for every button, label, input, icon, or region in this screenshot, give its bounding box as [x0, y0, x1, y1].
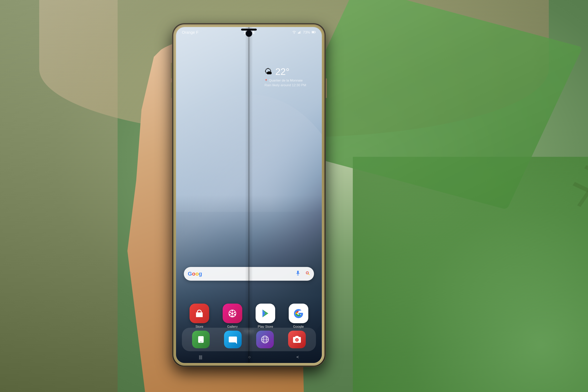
- camera-app-icon[interactable]: [288, 331, 306, 348]
- weather-row: 🌤 22°: [264, 66, 306, 77]
- volume-down-button[interactable]: [171, 82, 172, 98]
- svg-rect-3: [300, 31, 300, 34]
- front-camera: [246, 30, 252, 36]
- fold-line: [249, 27, 249, 363]
- svg-point-14: [231, 312, 234, 314]
- svg-rect-8: [297, 271, 299, 274]
- weather-temperature: 22°: [275, 66, 290, 77]
- fold-shadow-left: [245, 27, 249, 363]
- google-icon[interactable]: [289, 304, 308, 323]
- status-icons: 73%: [292, 30, 316, 34]
- weather-widget: 🌤 22° 📍 Quartier de la Monnaie Rain like…: [264, 66, 306, 87]
- volume-up-button[interactable]: [171, 63, 172, 78]
- app-item-play-store[interactable]: Play Store: [250, 304, 281, 329]
- location-pin-icon: 📍: [264, 79, 268, 82]
- voice-search-icon[interactable]: [296, 271, 300, 277]
- svg-point-12: [307, 272, 308, 273]
- power-button[interactable]: [326, 78, 327, 98]
- play-store-icon[interactable]: [256, 304, 275, 323]
- back-button[interactable]: <: [296, 354, 299, 360]
- svg-rect-7: [315, 32, 316, 33]
- weather-location: 📍 Quartier de la Monnaie: [264, 78, 306, 82]
- wifi-icon: [292, 30, 296, 34]
- fold-shadow-right: [249, 27, 253, 363]
- app-item-samsung-store[interactable]: Store: [184, 304, 215, 329]
- weather-description: Rain likely around 12:30 PM: [264, 83, 306, 87]
- dock-item-messages[interactable]: [217, 331, 249, 348]
- battery-icon: [312, 31, 316, 34]
- carrier-text: Orange F: [182, 30, 198, 35]
- google-g-icon: Goog: [188, 271, 202, 277]
- phone: Orange F 11:54: [172, 24, 325, 366]
- lens-search-icon[interactable]: [305, 271, 310, 277]
- weather-icon: 🌤: [264, 67, 272, 76]
- phone-app-icon[interactable]: [192, 331, 210, 348]
- battery-text: 73%: [303, 30, 310, 34]
- messages-app-icon[interactable]: [224, 331, 242, 348]
- dock-item-browser[interactable]: [249, 331, 281, 348]
- speaker-grill: [241, 28, 257, 30]
- app-item-google[interactable]: Google: [283, 304, 314, 329]
- signal-icon: [298, 30, 302, 34]
- samsung-store-icon[interactable]: [190, 304, 209, 323]
- svg-rect-1: [298, 32, 298, 34]
- location-text: Quartier de la Monnaie: [269, 78, 302, 82]
- svg-point-25: [296, 339, 298, 341]
- phone-screen[interactable]: Orange F 11:54: [176, 27, 322, 363]
- svg-point-0: [294, 33, 294, 34]
- gallery-icon[interactable]: [223, 304, 242, 323]
- svg-rect-6: [312, 31, 314, 33]
- svg-rect-2: [299, 32, 299, 34]
- svg-rect-4: [300, 31, 301, 34]
- dock-item-phone[interactable]: [185, 331, 217, 348]
- recent-apps-button[interactable]: |||: [199, 354, 202, 360]
- browser-app-icon[interactable]: [256, 331, 274, 348]
- dock-item-camera[interactable]: [281, 331, 313, 348]
- app-item-gallery[interactable]: Gallery: [217, 304, 248, 329]
